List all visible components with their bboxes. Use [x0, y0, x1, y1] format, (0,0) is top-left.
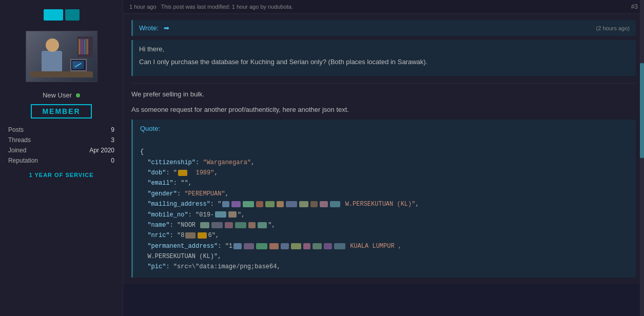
- reply-line1: We prefer selling in bulk.: [131, 89, 636, 100]
- redacted-nric: [184, 232, 208, 239]
- quoted-line1: Hi there,: [139, 44, 630, 55]
- member-badge: MEMBER: [31, 104, 91, 118]
- json-content: { "citizenship": "Warganegara", "dob": "…: [140, 136, 629, 272]
- online-indicator: [76, 93, 80, 97]
- posts-value: 9: [66, 125, 116, 135]
- service-badge: 1 YEAR OF SERVICE: [29, 172, 93, 178]
- arrow-right-icon: ➡: [164, 24, 169, 32]
- wrote-label-group: Wrote: ➡: [139, 24, 169, 32]
- avatar-image: [26, 31, 97, 82]
- reputation-value: 0: [66, 155, 116, 166]
- quote-label: Quote:: [140, 125, 629, 132]
- timestamp-text: 1 hour ago: [129, 4, 157, 10]
- redacted-mobile: [214, 211, 238, 219]
- redacted-mail: [221, 201, 341, 208]
- user-stats-table: Posts 9 Threads 3 Joined Apr 2020 Reputa…: [6, 125, 116, 166]
- redacted-dob1: [177, 169, 188, 176]
- modified-text: This post was last modified: 1 hour ago …: [161, 4, 293, 10]
- user-status-row: New User: [43, 91, 80, 99]
- logo-teal-block: [65, 9, 80, 21]
- joined-label: Joined: [6, 145, 66, 155]
- joined-value: Apr 2020: [66, 145, 116, 155]
- threads-label: Threads: [6, 135, 66, 145]
- wrote-quote-header: Wrote: ➡ (2 hours ago): [131, 20, 636, 36]
- avatar: [26, 31, 97, 82]
- redacted-perm: [232, 243, 346, 250]
- threads-row: Threads 3: [6, 135, 116, 145]
- divider1: [131, 83, 636, 84]
- quoted-message: Hi there, Can I only purchase the databa…: [131, 40, 636, 76]
- posts-label: Posts: [6, 125, 66, 135]
- reply-line2: As someone request for another proof/aut…: [131, 104, 636, 115]
- threads-value: 3: [66, 135, 116, 145]
- main-content: 1 hour ago This post was last modified: …: [123, 0, 644, 284]
- wrote-label: Wrote:: [139, 24, 159, 32]
- user-status-label: New User: [43, 91, 72, 99]
- scrollbar[interactable]: [640, 0, 644, 316]
- reputation-label: Reputation: [6, 155, 66, 166]
- reputation-row: Reputation 0: [6, 155, 116, 166]
- quoted-line2: Can I only purchase the database for Kuc…: [139, 57, 630, 68]
- post-timestamp: 1 hour ago This post was last modified: …: [129, 4, 293, 10]
- posts-row: Posts 9: [6, 125, 116, 135]
- sidebar: New User MEMBER Posts 9 Threads 3 Joined…: [0, 0, 123, 316]
- joined-row: Joined Apr 2020: [6, 145, 116, 155]
- logo-area: [0, 5, 123, 27]
- logo: [44, 9, 80, 21]
- post-number: #3: [631, 3, 638, 10]
- logo-cyan-block: [44, 9, 63, 21]
- quote-time-ago: (2 hours ago): [596, 25, 630, 31]
- main-content-wrapper: 1 hour ago This post was last modified: …: [123, 0, 644, 316]
- post-header: 1 hour ago This post was last modified: …: [123, 0, 644, 14]
- json-quote-block: Quote: { "citizenship": "Warganegara", "…: [131, 120, 636, 278]
- post-body[interactable]: Wrote: ➡ (2 hours ago) Hi there, Can I o…: [123, 14, 644, 284]
- redacted-name: [199, 222, 268, 229]
- scrollbar-thumb[interactable]: [640, 63, 644, 158]
